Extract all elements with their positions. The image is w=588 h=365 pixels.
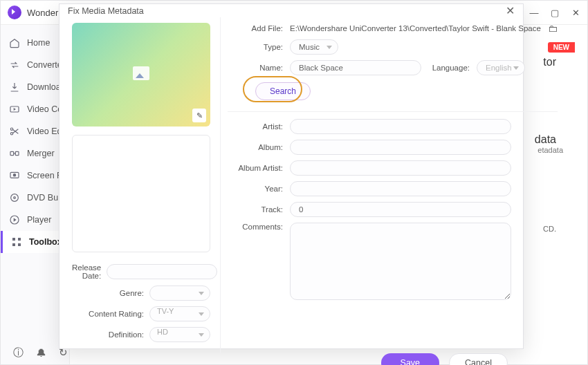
search-button[interactable]: Search [255, 82, 311, 100]
play-icon [9, 214, 20, 225]
artist-input[interactable] [290, 119, 511, 134]
genre-label: Genre: [72, 289, 149, 297]
sidebar-item-label: Home [27, 38, 50, 48]
content-rating-label: Content Rating: [72, 310, 149, 318]
cancel-button[interactable]: Cancel [449, 353, 508, 365]
svg-point-6 [13, 174, 15, 176]
grid-icon [11, 236, 22, 247]
year-label: Year: [228, 185, 290, 193]
add-file-path: E:\Wondershare UniConverter 13\Converted… [290, 24, 541, 32]
comments-textarea[interactable] [290, 223, 511, 300]
svg-rect-12 [12, 243, 15, 246]
compress-icon [9, 104, 20, 115]
definition-label: Definition: [72, 330, 149, 339]
scissors-icon [9, 126, 20, 137]
type-select[interactable]: Music [290, 39, 338, 55]
content-rating-select[interactable]: TV-Y [149, 306, 210, 321]
dialog-title: Fix Media Metadata [68, 6, 144, 16]
release-date-label: Release Date: [72, 263, 107, 280]
track-label: Track: [228, 205, 290, 214]
lyrics-box[interactable] [72, 135, 210, 252]
dialog-close-button[interactable]: ✕ [506, 4, 515, 17]
folder-icon[interactable]: 🗀 [548, 23, 558, 34]
fix-metadata-dialog: Fix Media Metadata ✕ ✎ Release Date: Gen… [59, 3, 524, 349]
svg-rect-10 [12, 238, 15, 241]
album-label: Album: [228, 143, 290, 151]
name-input[interactable] [290, 60, 421, 75]
svg-rect-3 [10, 151, 14, 155]
add-file-label: Add File: [228, 24, 290, 32]
genre-select[interactable] [149, 286, 210, 301]
album-input[interactable] [290, 140, 511, 155]
sidebar-item-label: Toolbox [29, 237, 62, 247]
svg-rect-4 [15, 151, 19, 155]
app-title: Wonder [27, 8, 58, 18]
save-button[interactable]: Save [381, 353, 440, 365]
name-label: Name: [228, 64, 290, 72]
year-input[interactable] [290, 181, 511, 196]
track-input[interactable] [290, 202, 511, 217]
window-close-button[interactable]: ✕ [571, 8, 580, 18]
help-icon[interactable]: ⓘ [13, 346, 24, 359]
sidebar-item-label: Player [27, 215, 51, 225]
merge-icon [9, 148, 20, 159]
window-minimize-button[interactable]: — [529, 8, 539, 18]
svg-point-8 [14, 197, 16, 199]
artist-label: Artist: [228, 122, 290, 131]
definition-select[interactable]: HD [149, 327, 210, 342]
window-maximize-button[interactable]: ▢ [550, 8, 560, 18]
comments-label: Comments: [228, 223, 290, 231]
home-icon [9, 37, 20, 48]
svg-rect-11 [18, 238, 21, 241]
sidebar-item-label: Merger [27, 149, 55, 158]
record-icon [9, 170, 20, 181]
disc-icon [9, 192, 20, 203]
cover-art-thumbnail: ✎ [72, 23, 210, 127]
image-placeholder-icon [133, 66, 149, 80]
language-select[interactable]: English [477, 60, 525, 75]
svg-point-7 [11, 194, 19, 202]
type-label: Type: [228, 43, 290, 51]
download-icon [9, 82, 20, 93]
svg-rect-13 [18, 243, 21, 246]
album-artist-input[interactable] [290, 160, 511, 176]
edit-cover-button[interactable]: ✎ [192, 109, 206, 122]
app-logo [8, 6, 21, 19]
album-artist-label: Album Artist: [228, 164, 290, 172]
language-label: Language: [421, 64, 477, 72]
bell-icon[interactable]: 🔔︎ [36, 347, 46, 359]
convert-icon [9, 59, 20, 71]
release-date-input[interactable] [107, 264, 217, 279]
